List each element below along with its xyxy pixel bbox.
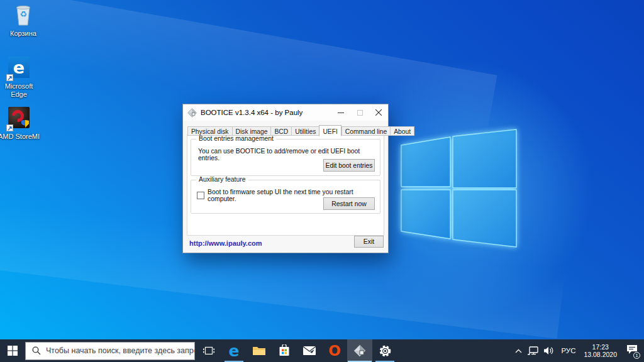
mail-icon <box>303 346 316 356</box>
bootice-icon <box>353 344 366 357</box>
groupbox-legend: Boot entries management <box>196 135 276 142</box>
office-icon: O <box>328 344 341 358</box>
uac-shield-icon <box>21 119 29 128</box>
minimize-button[interactable] <box>331 104 350 121</box>
taskbar-office-button[interactable]: O <box>322 339 347 362</box>
desktop-icon-microsoft-edge[interactable]: e Microsoft Edge <box>0 55 42 99</box>
network-icon <box>528 346 538 355</box>
task-view-button[interactable] <box>196 339 221 362</box>
exit-button[interactable]: Exit <box>354 236 384 248</box>
edit-boot-entries-button[interactable]: Edit boot entries <box>323 159 375 172</box>
desktop-icon-label: Microsoft Edge <box>0 82 39 99</box>
restart-now-button[interactable]: Restart now <box>323 197 375 210</box>
tab-about[interactable]: About <box>390 126 414 136</box>
shortcut-arrow-icon <box>6 74 13 81</box>
title-bar[interactable]: BOOTICE v1.3.4 x64 - by Pauly <box>183 104 388 121</box>
taskbar-apps: e <box>196 339 397 362</box>
window-title: BOOTICE v1.3.4 x64 - by Pauly <box>201 109 303 116</box>
taskbar-mail-button[interactable] <box>297 339 322 362</box>
uefi-tab-page: Boot entries management You can use BOOT… <box>187 134 384 236</box>
auxiliary-feature-groupbox: Auxiliary feature Boot to firmware setup… <box>191 180 380 214</box>
tab-physical-disk[interactable]: Physical disk <box>187 126 232 136</box>
recycle-symbol: ♻ <box>11 9 35 19</box>
desktop: ♻ Корзина e Microsoft Edge <box>0 0 644 362</box>
taskbar-edge-button[interactable]: e <box>221 339 247 362</box>
tray-overflow-button[interactable] <box>512 339 525 362</box>
volume-tray-button[interactable] <box>541 339 557 362</box>
clock[interactable]: 17:23 13.08.2020 <box>579 339 621 362</box>
action-center-button[interactable]: 1 <box>621 339 643 362</box>
tab-disk-image[interactable]: Disk image <box>232 126 271 136</box>
taskbar-file-explorer-button[interactable] <box>247 339 272 362</box>
search-placeholder: Чтобы начать поиск, введите здесь запрос <box>46 346 194 355</box>
ipauly-link[interactable]: http://www.ipauly.com <box>189 239 262 247</box>
tab-command-line[interactable]: Command line <box>341 126 390 136</box>
shortcut-arrow-icon <box>6 124 13 131</box>
taskbar: Чтобы начать поиск, введите здесь запрос… <box>0 339 644 362</box>
microsoft-store-icon <box>278 344 291 357</box>
bootice-window: BOOTICE v1.3.4 x64 - by Pauly Physical d… <box>182 104 389 253</box>
tray-time: 17:23 <box>584 343 617 351</box>
desktop-icon-amd-storemi[interactable]: AMD StoreMI <box>0 106 42 141</box>
network-tray-button[interactable] <box>525 339 541 362</box>
tab-uefi[interactable]: UEFI <box>319 125 341 136</box>
groupbox-legend: Auxiliary feature <box>196 176 248 183</box>
settings-gear-icon <box>379 344 392 358</box>
bootice-app-icon <box>187 108 197 118</box>
system-tray: РУС 17:23 13.08.2020 1 <box>512 339 643 362</box>
tray-date: 13.08.2020 <box>584 351 617 358</box>
chevron-up-icon <box>515 349 522 353</box>
volume-icon <box>544 346 554 355</box>
taskbar-microsoft-store-button[interactable] <box>272 339 297 362</box>
desktop-icon-recycle-bin[interactable]: ♻ Корзина <box>0 4 47 38</box>
desktop-icon-label: AMD StoreMI <box>0 133 42 141</box>
close-button[interactable] <box>369 104 388 121</box>
boot-entries-groupbox: Boot entries management You can use BOOT… <box>191 139 380 176</box>
edge-icon: e <box>229 343 240 359</box>
boot-to-firmware-checkbox[interactable] <box>197 192 204 199</box>
search-input[interactable]: Чтобы начать поиск, введите здесь запрос <box>25 342 195 360</box>
desktop-icon-label: Корзина <box>0 30 47 38</box>
taskbar-settings-button[interactable] <box>372 339 397 362</box>
language-indicator[interactable]: РУС <box>557 339 579 362</box>
tab-strip: Physical disk Disk image BCD Utilities U… <box>187 125 414 136</box>
file-explorer-icon <box>252 345 266 356</box>
task-view-icon <box>203 346 214 356</box>
notification-badge: 1 <box>633 352 640 359</box>
tab-bcd[interactable]: BCD <box>270 126 291 136</box>
taskbar-bootice-button[interactable] <box>347 339 372 362</box>
maximize-button[interactable] <box>350 104 369 121</box>
search-icon <box>32 346 41 355</box>
start-button[interactable] <box>0 339 25 362</box>
windows-logo <box>400 128 518 249</box>
tab-utilities[interactable]: Utilities <box>291 126 319 136</box>
windows-start-icon <box>8 346 18 356</box>
